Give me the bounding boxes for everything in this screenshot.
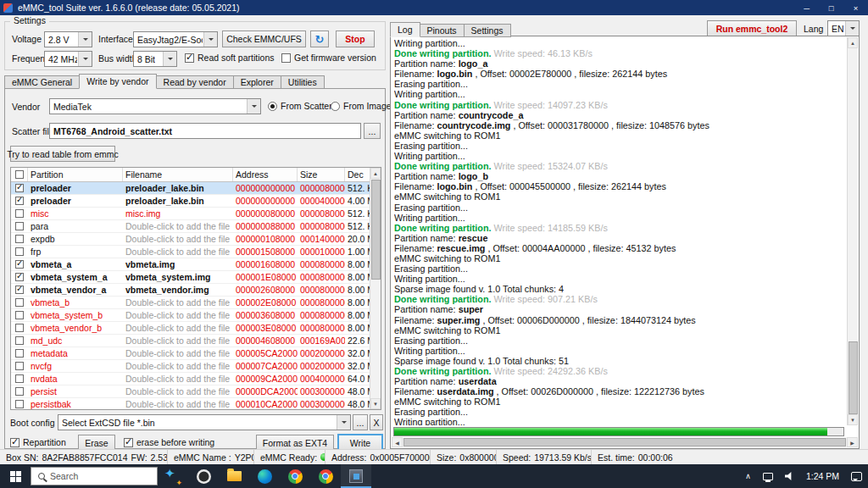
scroll-right-icon[interactable]: ▶ xyxy=(847,437,858,447)
table-row[interactable]: nvcfgDouble-click to add the file000007C… xyxy=(11,360,370,373)
table-row[interactable]: paraDouble-click to add the file00000008… xyxy=(11,220,370,233)
table-row[interactable]: miscmisc.img0000000800000000080000512. K… xyxy=(11,208,370,220)
tray-expand-icon[interactable]: ∧ xyxy=(739,464,757,488)
table-row[interactable]: preloaderpreloader_lake.bin0000000000000… xyxy=(11,195,370,208)
tab-read-by-vendor[interactable]: Read by vendor xyxy=(156,75,234,89)
row-checkbox[interactable] xyxy=(15,336,24,345)
row-checkbox[interactable] xyxy=(15,184,24,192)
row-checkbox[interactable] xyxy=(15,197,24,205)
table-row[interactable]: nvdataDouble-click to add the file000009… xyxy=(11,373,370,385)
row-checkbox[interactable] xyxy=(15,247,24,256)
tab-log[interactable]: Log xyxy=(390,22,420,37)
tab-utilities[interactable]: Utilities xyxy=(281,75,325,89)
table-row[interactable]: vbmeta_system_bDouble-click to add the f… xyxy=(11,309,370,322)
row-checkbox[interactable] xyxy=(15,362,24,370)
repartition-checkbox[interactable]: Repartition xyxy=(10,437,66,447)
from-image-radio[interactable]: From Image xyxy=(331,101,392,111)
close-button[interactable]: × xyxy=(843,0,868,15)
scatter-file-input[interactable]: MT6768_Android_scatter.txt xyxy=(49,123,361,139)
network-tray-icon[interactable] xyxy=(757,464,779,488)
boot-clear-button[interactable]: X xyxy=(370,414,383,430)
row-checkbox[interactable] xyxy=(15,209,24,218)
scrollbar-thumb[interactable] xyxy=(849,341,858,414)
log-vertical-scrollbar[interactable]: ▲ ▼ xyxy=(847,37,858,425)
check-emmc-button[interactable]: Check EMMC/UFS xyxy=(222,30,306,47)
taskbar-app-explorer[interactable] xyxy=(219,464,249,488)
row-checkbox[interactable] xyxy=(15,311,24,319)
row-checkbox[interactable] xyxy=(15,286,24,294)
tab-explorer[interactable]: Explorer xyxy=(233,75,281,89)
refresh-button[interactable]: ↻ xyxy=(310,30,329,47)
scroll-down-icon[interactable]: ▼ xyxy=(370,398,381,409)
col-address[interactable]: Address xyxy=(233,168,298,181)
taskbar-app-chrome-2[interactable] xyxy=(310,464,341,488)
row-checkbox[interactable] xyxy=(15,349,24,358)
scroll-up-icon[interactable]: ▲ xyxy=(848,37,858,48)
taskbar-app-opera[interactable] xyxy=(188,464,219,488)
row-checkbox[interactable] xyxy=(15,260,24,269)
table-row[interactable]: expdbDouble-click to add the file0000001… xyxy=(11,233,370,246)
table-row[interactable]: persistbakDouble-click to add the file00… xyxy=(11,398,370,409)
table-row[interactable]: preloaderpreloader_lake.bin0000000000000… xyxy=(11,182,370,195)
tab-settings[interactable]: Settings xyxy=(464,24,511,37)
action-center-button[interactable] xyxy=(845,464,868,488)
row-checkbox[interactable] xyxy=(15,222,24,230)
lang-select[interactable]: EN xyxy=(827,20,860,36)
table-row[interactable]: md_udcDouble-click to add the file000004… xyxy=(11,335,370,347)
select-all-checkbox[interactable] xyxy=(15,170,24,179)
minimize-button[interactable]: ─ xyxy=(794,0,819,15)
taskbar-app-emmc-tool[interactable] xyxy=(341,464,371,488)
table-row[interactable]: persistDouble-click to add the file00000… xyxy=(11,385,370,398)
taskbar-app-edge[interactable] xyxy=(249,464,280,488)
row-checkbox[interactable] xyxy=(15,235,24,243)
taskbar-clock[interactable]: 1:24 PM xyxy=(800,464,845,488)
get-firmware-version-checkbox[interactable]: Get firmware version xyxy=(281,53,376,63)
table-row[interactable]: vbmeta_system_avbmeta_system.img000001E0… xyxy=(11,271,370,284)
taskbar-search[interactable]: Search xyxy=(31,467,158,485)
boot-config-select[interactable]: Select ExtCSD file *.bin xyxy=(58,414,351,430)
stop-button[interactable]: Stop xyxy=(336,30,375,47)
row-checkbox[interactable] xyxy=(15,400,24,408)
scrollbar-thumb[interactable] xyxy=(371,180,381,280)
interface-select[interactable]: EasyJtag2/E-Socket xyxy=(133,31,218,47)
maximize-button[interactable]: □ xyxy=(819,0,843,15)
read-soft-partitions-checkbox[interactable]: Read soft partitions xyxy=(185,53,274,63)
taskbar-app-chrome[interactable] xyxy=(280,464,310,488)
row-checkbox[interactable] xyxy=(15,374,24,383)
run-emmc-tool2-button[interactable]: Run emmc_tool2 xyxy=(707,20,797,36)
tab-emmc-general[interactable]: eMMC General xyxy=(4,75,80,89)
scatter-browse-button[interactable]: ... xyxy=(364,123,381,139)
table-row[interactable]: frpDouble-click to add the file000001508… xyxy=(11,246,370,258)
table-row[interactable]: vbmeta_avbmeta.img0000016080000000800000… xyxy=(11,258,370,271)
scrollbar-thumb[interactable] xyxy=(403,438,846,446)
bus-width-select[interactable]: 8 Bit xyxy=(133,51,177,67)
boot-browse-button[interactable]: ... xyxy=(353,414,368,430)
row-checkbox[interactable] xyxy=(15,273,24,281)
scroll-down-icon[interactable]: ▼ xyxy=(848,414,858,425)
voltage-select[interactable]: 2.8 V xyxy=(44,31,92,47)
table-row[interactable]: metadataDouble-click to add the file0000… xyxy=(11,347,370,360)
col-size[interactable]: Size xyxy=(298,168,345,181)
col-partition[interactable]: Partition xyxy=(28,168,123,181)
table-row[interactable]: vbmeta_vendor_avbmeta_vendor.img00000260… xyxy=(11,284,370,297)
tab-pinouts[interactable]: Pinouts xyxy=(420,24,465,37)
from-scatter-radio[interactable]: From Scatter xyxy=(268,101,332,111)
start-button[interactable] xyxy=(0,464,31,488)
read-table-button[interactable]: Try to read table from emmc xyxy=(10,146,115,162)
row-checkbox[interactable] xyxy=(15,387,24,396)
col-filename[interactable]: Filename xyxy=(123,168,233,181)
log-text[interactable]: Writing partition...Done writing partiti… xyxy=(394,38,844,425)
log-horizontal-scrollbar[interactable]: ◀ ▶ xyxy=(392,437,858,447)
table-row[interactable]: vbmeta_vendor_bDouble-click to add the f… xyxy=(11,322,370,335)
table-row[interactable]: vbmeta_bDouble-click to add the file0000… xyxy=(11,297,370,309)
vendor-select[interactable]: MediaTek xyxy=(49,98,261,114)
col-dec[interactable]: Dec xyxy=(345,168,372,181)
frequence-select[interactable]: 42 MHz xyxy=(44,51,92,67)
table-scrollbar[interactable]: ▲ ▼ xyxy=(370,168,381,409)
volume-tray-icon[interactable] xyxy=(779,464,800,488)
erase-before-writing-checkbox[interactable]: erase before writing xyxy=(124,437,214,447)
scroll-up-icon[interactable]: ▲ xyxy=(370,168,381,179)
row-checkbox[interactable] xyxy=(15,298,24,307)
cortana-button[interactable]: ✦ ✦ xyxy=(158,464,188,488)
scroll-left-icon[interactable]: ◀ xyxy=(392,437,403,447)
